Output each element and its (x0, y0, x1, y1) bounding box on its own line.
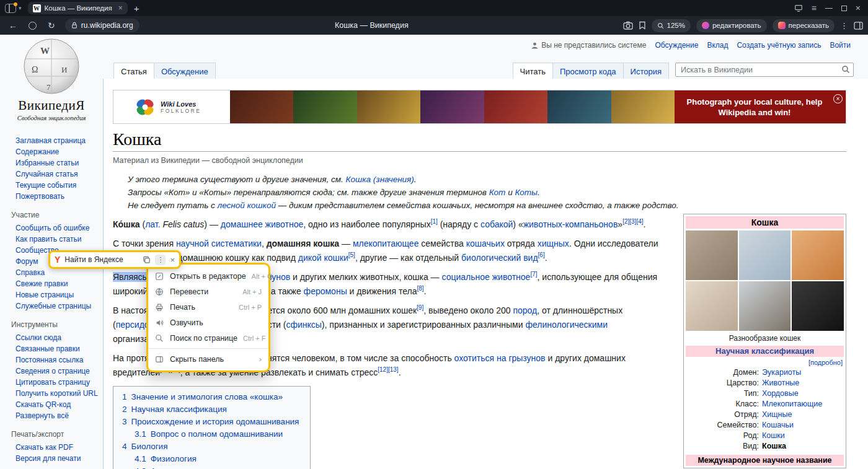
article-link[interactable]: кошачьих (466, 239, 505, 248)
menu-item-open-in-editor[interactable]: Открыть в редакторе Alt + O (148, 268, 268, 284)
reference-link[interactable]: [6] (538, 252, 545, 258)
article-link[interactable]: животных-компаньонов (523, 219, 618, 229)
reference-link[interactable]: [12] (378, 366, 388, 373)
sidebar-item-main-page[interactable]: Заглавная страница (16, 136, 86, 145)
edit-button[interactable]: редактировать (696, 19, 767, 32)
personal-link-contributions[interactable]: Вклад (707, 41, 728, 50)
banner-close-icon[interactable]: × (833, 94, 843, 103)
toolbar-close-icon[interactable]: × (170, 255, 175, 265)
sidebar-item-page-info[interactable]: Сведения о странице (16, 367, 90, 375)
sidebar-item-printable[interactable]: Версия для печати (16, 454, 81, 463)
find-in-yandex-button[interactable]: Найти в Яндексе (64, 255, 138, 264)
reference-link[interactable]: [13] (388, 366, 399, 373)
maximize-icon[interactable] (841, 6, 847, 11)
article-link[interactable]: биологический вид (461, 253, 538, 263)
article-link[interactable]: домашнее животное (221, 219, 303, 229)
fundraising-banner[interactable]: Wiki Loves FOLKLORE Photograph your loca… (113, 90, 846, 124)
cat-photo[interactable] (792, 230, 844, 280)
sidebar-item-download-pdf[interactable]: Скачать как PDF (16, 443, 73, 452)
article-link[interactable]: лесной кошкой (218, 201, 276, 210)
cat-photo[interactable] (739, 230, 791, 280)
sidebar-item-related-changes[interactable]: Связанные правки (16, 344, 80, 353)
tab-history[interactable]: История (624, 63, 669, 79)
reference-link[interactable]: [3] (629, 218, 636, 225)
article-link[interactable]: млекопитающее (353, 239, 419, 248)
sidebar-item-random[interactable]: Случайная статья (16, 170, 78, 178)
toc-item[interactable]: 2Научная классификация (122, 405, 299, 414)
personal-link-talk[interactable]: Обсуждение (655, 41, 698, 50)
taxon-link[interactable]: Кошачьи (762, 421, 794, 429)
url-chip[interactable]: ru.wikipedia.org (65, 19, 140, 32)
cat-photo[interactable] (792, 281, 844, 331)
personal-link-login[interactable]: Войти (830, 41, 851, 50)
tab-article[interactable]: Статья (113, 63, 154, 79)
kebab-menu-icon[interactable]: ⋮ (840, 21, 848, 30)
article-link[interactable]: фелинологическими (525, 320, 608, 330)
sidebar-item-what-links-here[interactable]: Ссылки сюда (16, 333, 61, 342)
taxon-link[interactable]: Хордовые (762, 389, 799, 398)
sidebar-item-cite-page[interactable]: Цитировать страницу (16, 378, 90, 387)
article-link[interactable]: собакой (480, 219, 513, 229)
article-link[interactable]: пород (513, 305, 537, 315)
reference-link[interactable]: [1] (431, 218, 438, 225)
toc-item[interactable]: 3.1Вопрос о полном одомашнивании (122, 430, 299, 439)
toc-item[interactable]: 3Происхождение и история одомашнивания (122, 418, 299, 426)
reload-icon[interactable]: ↻ (48, 20, 55, 30)
menu-item-print[interactable]: Печать Ctrl + P (148, 299, 268, 315)
toc-item[interactable]: 1Значение и этимология слова «кошка» (122, 393, 299, 401)
reference-link[interactable]: [2] (622, 218, 629, 225)
sidebar-item-contents[interactable]: Содержание (16, 147, 59, 156)
zoom-indicator[interactable]: 125% (652, 19, 691, 32)
retell-button[interactable]: пересказать (773, 19, 835, 32)
reference-link[interactable]: [9] (417, 304, 423, 311)
article-link[interactable]: Кот (489, 188, 506, 197)
article-link[interactable]: хищных (538, 239, 569, 248)
taxon-link[interactable]: Кошки (762, 431, 785, 440)
menu-item-hide-panel[interactable]: Скрыть панель › (148, 351, 268, 367)
browser-menu-icon[interactable]: ≡ (812, 3, 817, 13)
minimize-icon[interactable]: — (825, 4, 833, 12)
toolbar-kebab-icon[interactable]: ⋮ (155, 255, 166, 265)
reference-link[interactable]: [8] (417, 285, 423, 292)
toc-item[interactable]: 4.1Физиология (122, 455, 299, 463)
reference-link[interactable]: [5] (348, 252, 355, 258)
menu-item-find-on-page[interactable]: Поиск по странице Ctrl + F (148, 330, 268, 346)
side-panel-icon[interactable] (854, 22, 863, 30)
menu-item-voice[interactable]: Озвучить (148, 315, 268, 330)
new-tab-button[interactable]: + (134, 3, 140, 14)
sidebar-item-permanent-link[interactable]: Постоянная ссылка (16, 356, 83, 364)
toc-item[interactable]: 4Биология (122, 442, 299, 451)
article-link[interactable]: социальное животное (442, 272, 531, 282)
copy-icon[interactable] (143, 256, 151, 264)
article-link[interactable]: лат. (145, 219, 160, 229)
taxon-link[interactable]: Хищные (762, 410, 792, 419)
article-link[interactable]: феромоны (304, 286, 347, 296)
chevron-down-icon[interactable]: ▾ (19, 5, 22, 11)
window-close-icon[interactable]: × (856, 3, 861, 13)
sidebar-item-help[interactable]: Справка (16, 268, 45, 277)
sidebar-item-forum[interactable]: Форум (16, 257, 38, 266)
browser-tab[interactable]: W Кошка — Википедия × (28, 2, 128, 14)
personal-link-create-account[interactable]: Создать учётную запись (737, 41, 821, 50)
tab-view-source[interactable]: Просмотр кода (553, 63, 624, 79)
article-link[interactable]: научной систематики (176, 239, 262, 248)
taxon-link[interactable]: Млекопитающие (762, 400, 822, 408)
sidebar-item-featured[interactable]: Избранные статьи (16, 159, 79, 167)
details-link[interactable]: [подробно] (808, 359, 843, 366)
article-link[interactable]: дикой кошки (298, 253, 348, 263)
article-link[interactable]: охотиться на грызунов (454, 353, 546, 363)
sidebar-item-report-error[interactable]: Сообщить об ошибке (16, 224, 89, 232)
article-link[interactable]: Коты (515, 188, 538, 197)
article-link[interactable]: Кошка (значения) (346, 175, 414, 184)
profile-icon[interactable] (29, 22, 37, 30)
taxon-link[interactable]: Животные (762, 379, 799, 387)
classification-link[interactable]: Научная классификация (715, 346, 814, 356)
sidebar-item-short-url[interactable]: Получить короткий URL (16, 389, 98, 398)
taxon-link[interactable]: Эукариоты (762, 368, 801, 377)
tab-close-icon[interactable]: × (118, 4, 123, 12)
reference-link[interactable]: [4] (636, 218, 643, 225)
cast-icon[interactable] (794, 4, 803, 12)
sidebar-item-new-pages[interactable]: Новые страницы (16, 291, 74, 299)
tab-read[interactable]: Читать (513, 63, 553, 79)
sidebar-panel-icon[interactable] (5, 4, 16, 13)
